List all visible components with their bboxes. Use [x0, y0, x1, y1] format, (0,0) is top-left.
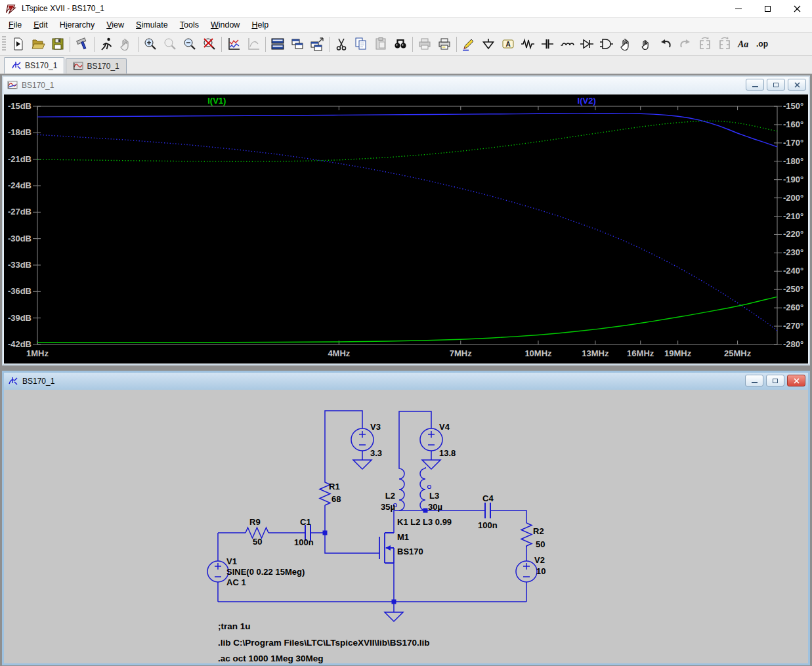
component-C1[interactable]: C1 100n: [294, 517, 314, 547]
print-preview-button[interactable]: [435, 35, 454, 53]
cut-button[interactable]: [331, 35, 351, 53]
r9-value-label[interactable]: 50: [253, 537, 262, 547]
component-V4[interactable]: V4 13.8: [420, 422, 456, 458]
redo-button[interactable]: [675, 35, 695, 53]
v1-value2-label[interactable]: AC 1: [226, 577, 246, 587]
ground-button[interactable]: [479, 35, 498, 53]
r2-name-label[interactable]: R2: [533, 526, 544, 536]
spice-directive-lib[interactable]: .lib C:\Program Files\LTC\LTspiceXVII\li…: [218, 638, 430, 648]
find-button[interactable]: [391, 35, 410, 53]
waveform-minimize-button[interactable]: [746, 79, 764, 91]
component-V1[interactable]: V1 SINE(0 0.22 15Meg) AC 1: [207, 556, 305, 587]
autorange-y-button[interactable]: [224, 35, 244, 53]
trace-i-v2-magnitude[interactable]: [37, 114, 777, 147]
l2-value-label[interactable]: 35µ: [381, 502, 395, 512]
menu-edit[interactable]: Edit: [28, 18, 54, 31]
inductor-button[interactable]: [557, 35, 577, 53]
v2-value-label[interactable]: 10: [536, 566, 545, 576]
c1-name-label[interactable]: C1: [300, 517, 311, 527]
menu-file[interactable]: File: [3, 18, 28, 31]
rotate-button[interactable]: [715, 35, 735, 53]
menu-window[interactable]: Window: [205, 18, 246, 31]
save-button[interactable]: [48, 35, 68, 53]
l3-value-label[interactable]: 30µ: [428, 502, 442, 512]
cascade-windows-button[interactable]: [307, 35, 327, 53]
menu-hierarchy[interactable]: Hierarchy: [54, 18, 101, 31]
menu-help[interactable]: Help: [246, 18, 274, 31]
l2-name-label[interactable]: L2: [385, 491, 395, 501]
drag-button[interactable]: [636, 35, 656, 53]
c1-value-label[interactable]: 100n: [294, 537, 314, 547]
menu-view[interactable]: View: [100, 18, 130, 31]
c4-name-label[interactable]: C4: [482, 493, 494, 503]
legend-I(V1)[interactable]: I(V1): [207, 96, 226, 106]
paste-button[interactable]: [371, 35, 391, 53]
toolbar-gripper[interactable]: [2, 36, 6, 52]
menu-tools[interactable]: Tools: [174, 18, 205, 31]
component-V2[interactable]: V2 10: [516, 555, 545, 582]
trace-i-v2-phase[interactable]: [37, 135, 777, 331]
spice-directive-ac[interactable]: .ac oct 1000 1Meg 30Meg: [218, 654, 324, 663]
r1-name-label[interactable]: R1: [329, 482, 340, 491]
legend-I(V2)[interactable]: I(V2): [578, 96, 596, 106]
zoom-full-extents-button[interactable]: [200, 35, 219, 53]
copy-button[interactable]: [351, 35, 371, 53]
new-schematic-button[interactable]: [9, 35, 28, 53]
r2-value-label[interactable]: 50: [536, 539, 545, 549]
undo-button[interactable]: [656, 35, 675, 53]
component-R1[interactable]: R1 68: [320, 481, 341, 505]
v3-name-label[interactable]: V3: [370, 422, 381, 432]
text-button[interactable]: Aa: [735, 35, 754, 53]
label-net-button[interactable]: A: [498, 35, 518, 53]
component-R9[interactable]: R9 50: [246, 517, 268, 547]
component-button[interactable]: [597, 35, 616, 53]
zoom-back-button[interactable]: [160, 35, 180, 53]
m1-value-label[interactable]: BS170: [397, 547, 423, 556]
app-minimize-button[interactable]: [723, 0, 753, 18]
tab-waveform-bs170[interactable]: BS170_1: [66, 58, 126, 73]
open-button[interactable]: [28, 35, 48, 53]
run-button[interactable]: [96, 35, 116, 53]
c4-value-label[interactable]: 100n: [478, 520, 498, 530]
waveform-plot[interactable]: 1MHz4MHz7MHz10MHz13MHz16MHz19MHz25MHz-15…: [4, 94, 808, 365]
schematic-restore-button[interactable]: [766, 375, 784, 386]
schematic-minimize-button[interactable]: [745, 375, 763, 386]
component-L2[interactable]: L2 35µ: [381, 467, 404, 512]
waveform-close-button[interactable]: [788, 79, 806, 91]
spice-directive-button[interactable]: .op: [754, 35, 774, 53]
draw-wire-button[interactable]: [459, 35, 479, 53]
app-maximize-button[interactable]: [753, 0, 782, 18]
move-button[interactable]: [616, 35, 636, 53]
component-C4[interactable]: C4 100n: [478, 493, 498, 530]
capacitor-button[interactable]: [538, 35, 557, 53]
app-close-button[interactable]: [782, 0, 812, 18]
v4-value-label[interactable]: 13.8: [439, 448, 456, 458]
v1-value-label[interactable]: SINE(0 0.22 15Meg): [226, 567, 305, 577]
resistor-button[interactable]: [518, 35, 538, 53]
component-L3[interactable]: L3 30µ: [420, 468, 442, 512]
zoom-in-button[interactable]: [140, 35, 160, 53]
tab-schematic-bs170[interactable]: BS170_1: [4, 57, 64, 73]
trace-i-v1-magnitude[interactable]: [37, 297, 777, 343]
m1-name-label[interactable]: M1: [397, 532, 409, 542]
tile-vertical-button[interactable]: [288, 35, 307, 53]
schematic-canvas[interactable]: R1 68 R9 50 R2 50 C1: [4, 390, 808, 663]
v1-name-label[interactable]: V1: [226, 556, 237, 566]
diode-button[interactable]: [577, 35, 597, 53]
menu-simulate[interactable]: Simulate: [130, 18, 174, 31]
v2-name-label[interactable]: V2: [534, 555, 545, 565]
control-panel-button[interactable]: [72, 35, 92, 53]
waveform-window-titlebar[interactable]: BS170_1: [3, 77, 809, 94]
zoom-out-button[interactable]: [180, 35, 200, 53]
v4-name-label[interactable]: V4: [439, 422, 450, 432]
schematic-window-titlebar[interactable]: BS170_1: [4, 373, 808, 390]
halt-button[interactable]: [116, 35, 136, 53]
component-M1[interactable]: M1 BS170: [379, 532, 423, 563]
component-R2[interactable]: R2 50: [521, 523, 545, 549]
component-V3[interactable]: V3 3.3: [351, 422, 382, 458]
r9-name-label[interactable]: R9: [249, 517, 261, 527]
trace-i-v1-phase[interactable]: [37, 121, 777, 161]
r1-value-label[interactable]: 68: [331, 494, 341, 504]
l3-name-label[interactable]: L3: [429, 491, 439, 501]
waveform-restore-button[interactable]: [767, 79, 785, 91]
